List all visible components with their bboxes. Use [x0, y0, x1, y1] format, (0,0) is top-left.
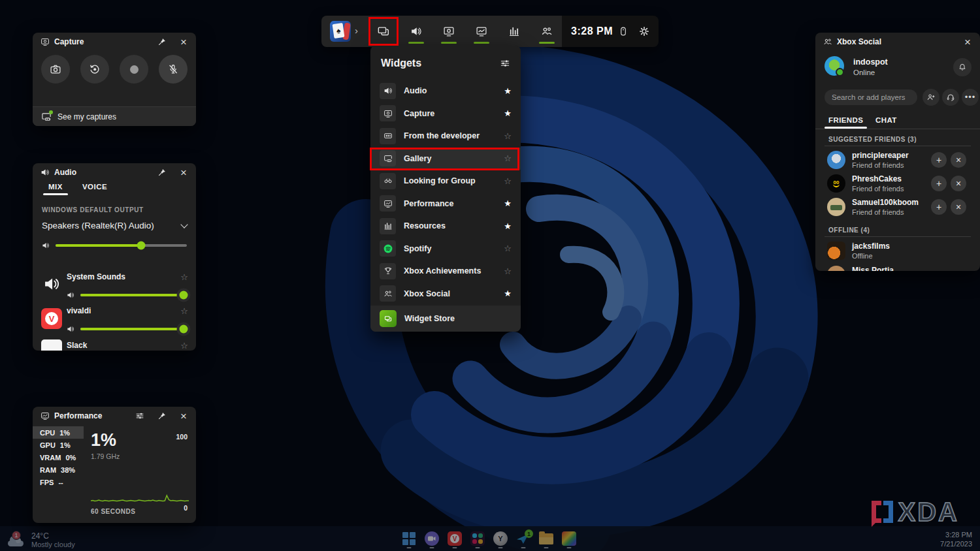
menu-item-xbox-achievements[interactable]: Xbox Achievements	[370, 260, 521, 283]
accept-friend-button[interactable]: +	[931, 199, 947, 215]
settings-gear-icon[interactable]	[639, 26, 649, 37]
star-icon[interactable]	[180, 273, 188, 281]
close-icon[interactable]	[179, 167, 188, 178]
metric-row-fps[interactable]: FPS--	[33, 476, 84, 488]
star-icon-filled[interactable]	[504, 109, 512, 118]
pin-icon[interactable]	[157, 37, 167, 46]
widgets-menu-button[interactable]	[367, 16, 400, 47]
pin-icon[interactable]	[157, 168, 167, 177]
xda-bracket-right-icon	[883, 501, 893, 523]
metric-row-ram[interactable]: RAM38%	[33, 464, 84, 476]
slider-thumb[interactable]	[179, 291, 188, 300]
star-icon[interactable]	[504, 154, 512, 163]
resources-widget-button[interactable]	[498, 16, 531, 47]
suggested-friends-header: SUGGESTED FRIENDS (3)	[828, 136, 917, 143]
capture-widget-button[interactable]	[433, 16, 465, 47]
plus-icon: +	[936, 155, 941, 165]
capture-panel: Capture See my captures	[33, 33, 196, 126]
friend-row[interactable]: Miss Portia	[815, 264, 980, 271]
tab-friends[interactable]: FRIENDS	[828, 116, 863, 124]
avatar	[827, 151, 845, 169]
see-my-captures-button[interactable]: See my captures	[33, 106, 196, 126]
menu-item-xbox-social[interactable]: Xbox Social	[370, 283, 521, 306]
tab-chat[interactable]: CHAT	[875, 116, 897, 124]
menu-item-performance[interactable]: Performance	[370, 193, 521, 215]
mouse-icon[interactable]	[618, 26, 629, 37]
slider-thumb[interactable]	[137, 242, 145, 250]
friend-row[interactable]: principlereaper Friend of friends + ×	[815, 149, 980, 172]
friend-row[interactable]: Samuel100kboom Friend of friends + ×	[815, 196, 980, 219]
star-icon[interactable]	[504, 132, 512, 140]
star-icon-filled[interactable]	[504, 199, 512, 208]
friend-row[interactable]: jacksfilms Offline	[815, 240, 980, 263]
menu-item-resources[interactable]: Resources	[370, 215, 521, 238]
audio-widget-icon	[41, 168, 50, 177]
metric-row-vram[interactable]: VRAM0%	[33, 451, 84, 464]
accept-friend-button[interactable]: +	[931, 176, 947, 191]
social-widget-button[interactable]	[531, 16, 563, 47]
speaker-icon	[42, 242, 50, 249]
performance-widget-button[interactable]	[465, 16, 498, 47]
widget-store-item[interactable]: Widget Store	[370, 306, 521, 332]
menu-item-spotify[interactable]: Spotify	[370, 238, 521, 260]
mic-toggle-button[interactable]	[159, 55, 188, 84]
audio-panel: Audio MIX VOICE WINDOWS DEFAULT OUTPUT S…	[33, 163, 196, 351]
star-icon[interactable]	[504, 177, 512, 185]
notifications-button[interactable]	[953, 58, 972, 76]
more-options-button[interactable]: •••	[962, 89, 979, 106]
add-friend-button[interactable]	[923, 89, 939, 106]
star-icon[interactable]	[180, 307, 188, 315]
close-icon[interactable]	[179, 37, 188, 48]
bell-icon	[958, 63, 967, 72]
metric-row-gpu[interactable]: GPU1%	[33, 439, 84, 451]
record-dot-icon	[130, 65, 139, 74]
star-icon-filled[interactable]	[504, 289, 512, 298]
audio-widget-button[interactable]	[400, 16, 433, 47]
star-icon-filled[interactable]	[504, 222, 512, 230]
avatar	[827, 174, 845, 193]
slider-thumb[interactable]	[179, 325, 188, 334]
output-device-select[interactable]: Speakers (Realtek(R) Audio)	[42, 221, 187, 230]
friend-row[interactable]: PhreshCakes Friend of friends + ×	[815, 172, 980, 196]
tab-voice[interactable]: VOICE	[82, 183, 107, 195]
star-icon[interactable]	[504, 244, 512, 253]
tab-mix[interactable]: MIX	[48, 183, 63, 195]
menu-item-gallery[interactable]: Gallery	[370, 148, 521, 170]
accept-friend-button[interactable]: +	[931, 152, 947, 168]
menu-item-audio[interactable]: Audio	[370, 80, 521, 102]
system-sounds-icon	[43, 276, 60, 292]
dismiss-friend-button[interactable]: ×	[951, 199, 966, 215]
search-input[interactable]	[825, 89, 917, 105]
presence-status: Online	[853, 69, 875, 76]
star-icon[interactable]	[180, 341, 188, 350]
menu-item-looking-for-group[interactable]: Looking for Group	[370, 170, 521, 193]
record-last-30s-button[interactable]	[80, 55, 109, 84]
avatar[interactable]	[825, 56, 844, 76]
master-volume-slider[interactable]	[42, 242, 187, 249]
gamebar-toolbar: 3:28 PM	[321, 16, 659, 47]
widgets-menu-title: Widgets	[381, 57, 421, 69]
star-icon-filled[interactable]	[504, 87, 512, 95]
close-icon[interactable]	[963, 37, 972, 48]
chevron-down-icon	[180, 221, 188, 228]
pin-icon[interactable]	[157, 411, 167, 420]
party-button[interactable]	[942, 89, 959, 106]
social-panel-title: Xbox Social	[837, 37, 881, 46]
xbox-social-panel: Xbox Social indospot Online ••• FRIENDS …	[815, 33, 980, 271]
start-recording-button[interactable]	[120, 55, 148, 84]
menu-item-from-the-developer[interactable]: From the developer	[370, 125, 521, 148]
widgets-filter-icon[interactable]	[500, 58, 510, 69]
screenshot-button[interactable]	[41, 55, 70, 84]
vivaldi-volume-slider[interactable]	[67, 325, 186, 333]
system-sounds-volume-slider[interactable]	[67, 291, 186, 299]
star-icon[interactable]	[504, 267, 512, 276]
close-icon[interactable]	[179, 411, 188, 422]
dismiss-friend-button[interactable]: ×	[951, 176, 966, 191]
running-game-icon[interactable]	[330, 21, 351, 42]
menu-item-capture[interactable]: Capture	[370, 102, 521, 125]
slack-app-icon	[41, 339, 62, 351]
options-sliders-icon[interactable]	[135, 411, 144, 420]
metric-row-cpu[interactable]: CPU1%	[33, 426, 84, 439]
xda-watermark: XDA	[872, 499, 959, 525]
dismiss-friend-button[interactable]: ×	[951, 152, 966, 168]
